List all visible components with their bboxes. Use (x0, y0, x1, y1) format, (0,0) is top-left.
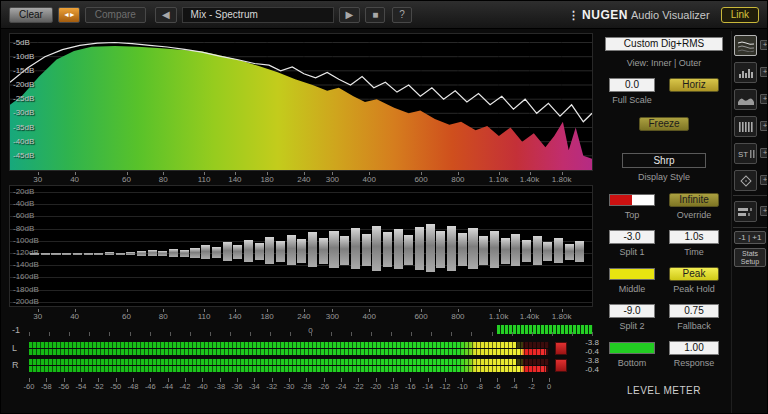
meter-scale-label: -48 (128, 383, 139, 391)
split2-input[interactable]: -9.0 (609, 304, 655, 318)
meter-scale-label: -44 (162, 383, 173, 391)
add-bands-view-button[interactable]: + (760, 121, 768, 131)
histogram-bar (126, 252, 135, 255)
correlation-tick (89, 332, 90, 336)
meter-readout: -0.4 (561, 347, 599, 356)
top-color-swatch[interactable] (609, 194, 655, 206)
histogram-bar (522, 240, 531, 262)
add-spectrum-view-button[interactable]: + (760, 40, 768, 50)
spectrum-db-label: -10dB (13, 53, 34, 61)
override-label: Override (669, 210, 719, 220)
histogram-gridline (10, 204, 592, 205)
add-level-meter-view-button[interactable]: + (760, 206, 768, 216)
clear-button[interactable]: Clear (9, 7, 53, 23)
histogram-bar (394, 229, 403, 269)
spectrum-db-label: -25dB (13, 95, 34, 103)
correlation-tick (210, 332, 211, 336)
add-stereo-view-button[interactable]: + (760, 148, 768, 158)
frequency-label: 300 (326, 175, 339, 184)
frequency-label: 240 (297, 175, 310, 184)
meter-scale-label: -22 (353, 383, 364, 391)
histogram-bar (73, 253, 82, 255)
histogram-bar (511, 234, 520, 266)
level-meter-section-label: LEVEL METER (627, 385, 701, 396)
correlation-tick (592, 332, 593, 336)
frequency-label: 1.10k (489, 312, 509, 321)
view-stereo-button[interactable]: ST (734, 143, 757, 164)
ab-swap-button[interactable]: ◄► (58, 7, 80, 23)
peak-hold-button[interactable]: Peak (669, 267, 719, 281)
strip-separator (733, 227, 768, 228)
meter-scale-label: 0 (547, 383, 551, 391)
frequency-label: 1.40k (520, 175, 540, 184)
frequency-label: 300 (326, 312, 339, 321)
level-meter-panel[interactable]: -1 0 L R -3.8-0.4-3.8-0.4 -60-58-56-54-5… (9, 323, 593, 413)
correlation-tick (371, 332, 372, 336)
add-histogram-view-button[interactable]: + (760, 67, 768, 77)
meter-mode-dropdown[interactable]: Custom Dig+RMS (605, 37, 723, 51)
correlation-tick (150, 332, 151, 336)
spectrum-analyzer-panel[interactable]: -5dB-10dB-15dB-20dB-25dB-30dB-35dB-40dB-… (9, 33, 593, 171)
help-button[interactable]: ? (392, 7, 412, 23)
histogram-bar (297, 239, 306, 263)
correlation-tick (311, 332, 312, 336)
histogram-bar (383, 232, 392, 267)
correlation-tick (431, 332, 432, 336)
preset-selector[interactable]: Mix - Spectrum (182, 7, 334, 23)
view-mode-toggle[interactable]: View: Inner | Outer (627, 58, 702, 68)
correlation-tick (250, 332, 251, 336)
correlation-meter[interactable]: 0 (29, 325, 593, 336)
meter-scale-label: -28 (301, 383, 312, 391)
add-spectrogram-view-button[interactable]: + (760, 94, 768, 104)
response-input[interactable]: 1.00 (669, 341, 719, 355)
time-input[interactable]: 1.0s (669, 230, 719, 244)
histogram-bar (501, 238, 510, 264)
stop-button[interactable]: ■ (365, 7, 385, 23)
view-vectorscope-button[interactable] (734, 170, 757, 191)
display-style-dropdown[interactable]: Shrp (622, 153, 706, 168)
link-button[interactable]: Link (721, 7, 759, 23)
meter-l-peak-bar (29, 349, 549, 355)
fallback-input[interactable]: 0.75 (669, 304, 719, 318)
meter-segments (29, 342, 549, 348)
frequency-label: 40 (70, 312, 79, 321)
play-button[interactable]: ▶ (339, 7, 361, 23)
svg-text:ST: ST (738, 150, 748, 159)
channel-r-label: R (12, 361, 19, 370)
horiz-button[interactable]: Horiz (669, 78, 719, 92)
view-spectrogram-button[interactable] (734, 89, 757, 110)
spectrum-db-label: -35dB (13, 124, 34, 132)
meter-scale-label: -24 (336, 383, 347, 391)
frequency-label: 180 (260, 175, 273, 184)
split1-label: Split 1 (609, 247, 655, 257)
preset-prev-button[interactable]: ◀ (155, 7, 177, 23)
histogram-frequency-scale: 304060801101401802403004006008001.10k1.4… (9, 309, 593, 321)
minus-plus-one-button[interactable]: -1 | +1 (734, 231, 766, 244)
split2-label: Split 2 (609, 321, 655, 331)
correlation-tick (532, 332, 533, 336)
histogram-bar (41, 253, 50, 255)
view-level-meter-button[interactable] (734, 201, 757, 222)
middle-color-swatch[interactable] (609, 268, 655, 280)
split1-input[interactable]: -3.0 (609, 230, 655, 244)
bottom-color-swatch[interactable] (609, 342, 655, 354)
stats-setup-button[interactable]: Stats Setup (734, 248, 766, 267)
view-histogram-button[interactable] (734, 62, 757, 83)
full-scale-input[interactable]: 0.0 (609, 78, 655, 92)
histogram-panel[interactable]: -20dB-40dB-60dB-80dB-100dB-120dB-140dB-1… (9, 185, 593, 307)
histogram-bar (148, 250, 157, 256)
infinite-button[interactable]: Infinite (669, 193, 719, 207)
freeze-button[interactable]: Freeze (639, 117, 689, 131)
brand-suffix: Audio Visualizer (631, 9, 710, 21)
add-vectorscope-view-button[interactable]: + (760, 175, 768, 185)
meter-scale-label: -4 (511, 383, 518, 391)
histogram-bar (51, 253, 60, 255)
view-spectrum-lines-button[interactable] (734, 35, 757, 56)
compare-button[interactable]: Compare (85, 7, 146, 23)
histogram-db-label: -140dB (13, 261, 39, 269)
time-label: Time (669, 247, 719, 257)
view-bands-button[interactable] (734, 116, 757, 137)
display-style-label: Display Style (638, 172, 690, 182)
correlation-tick (512, 332, 513, 336)
meter-scale-label: -34 (249, 383, 260, 391)
